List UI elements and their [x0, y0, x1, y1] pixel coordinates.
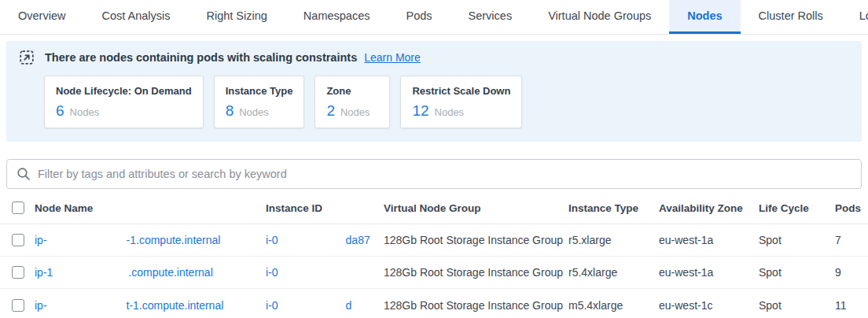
pods-count-cell: 9	[835, 266, 868, 279]
row-checkbox[interactable]	[12, 299, 24, 312]
card-unit: Nodes	[70, 106, 100, 118]
banner-message: There are nodes containing pods with sca…	[45, 51, 357, 64]
instance-id-link[interactable]: i-0da87	[266, 234, 384, 246]
card-title: Zone	[326, 85, 378, 97]
tab-right-sizing[interactable]: Right Sizing	[188, 0, 285, 34]
node-name-link[interactable]: ip-1.compute.internal	[35, 266, 266, 279]
card-unit: Nodes	[435, 106, 465, 118]
availability-zone-cell: eu-west-1a	[659, 266, 759, 279]
card-unit: Nodes	[239, 106, 269, 118]
virtual-node-group-cell: 128Gb Root Storage Instance Group	[384, 266, 568, 279]
node-name-link[interactable]: ip--1.compute.internal	[35, 234, 266, 246]
virtual-node-group-cell: 128Gb Root Storage Instance Group	[384, 234, 568, 246]
table-row: ip-1.compute.internal i-0 128Gb Root Sto…	[0, 257, 868, 289]
pods-count-cell: 11	[835, 299, 868, 312]
column-header-life-cycle: Life Cycle	[759, 202, 835, 214]
card-unit: Nodes	[340, 106, 370, 118]
life-cycle-cell: Spot	[759, 234, 835, 246]
virtual-node-group-cell: 128Gb Root Storage Instance Group	[384, 299, 568, 312]
card-title: Instance Type	[226, 85, 293, 97]
scaling-constraints-banner: There are nodes containing pods with sca…	[6, 41, 862, 142]
card-count: 2	[326, 102, 335, 120]
life-cycle-cell: Spot	[759, 266, 835, 279]
instance-type-cell: r5.4xlarge	[568, 266, 659, 279]
card-restrict-scale-down[interactable]: Restrict Scale Down 12 Nodes	[400, 76, 522, 128]
column-header-instance-type: Instance Type	[568, 202, 659, 214]
tab-virtual-node-groups[interactable]: Virtual Node Groups	[530, 0, 669, 34]
card-count: 6	[56, 102, 64, 120]
column-header-instance-id: Instance ID	[266, 202, 384, 214]
row-checkbox[interactable]	[12, 234, 24, 246]
card-title: Restrict Scale Down	[412, 85, 510, 97]
tab-pods[interactable]: Pods	[388, 0, 450, 34]
tab-services[interactable]: Services	[451, 0, 531, 34]
column-header-virtual-node-group: Virtual Node Group	[384, 202, 568, 214]
instance-type-cell: m5.4xlarge	[568, 299, 659, 312]
instance-type-cell: r5.xlarge	[568, 234, 659, 246]
table-header-row: Node Name Instance ID Virtual Node Group…	[0, 192, 868, 224]
tab-namespaces[interactable]: Namespaces	[285, 0, 388, 34]
pods-count-cell: 7	[835, 234, 868, 246]
node-name-link[interactable]: ip-t-1.compute.internal	[35, 299, 266, 312]
constraint-summary-cards: Node Lifecycle: On Demand 6 Nodes Instan…	[44, 76, 849, 128]
tab-bar: Overview Cost Analysis Right Sizing Name…	[0, 0, 868, 35]
table-row: ip-t-1.compute.internal i-0d 128Gb Root …	[0, 289, 868, 318]
life-cycle-cell: Spot	[759, 299, 835, 312]
scaling-constraints-icon	[20, 50, 34, 65]
instance-id-link[interactable]: i-0d	[266, 299, 384, 312]
instance-id-link[interactable]: i-0	[266, 266, 384, 279]
search-icon	[17, 167, 31, 181]
card-count: 12	[412, 102, 428, 120]
tab-cost-analysis[interactable]: Cost Analysis	[83, 0, 188, 34]
column-header-availability-zone: Availability Zone	[659, 202, 759, 214]
tab-cluster-rolls[interactable]: Cluster Rolls	[741, 0, 841, 34]
card-instance-type[interactable]: Instance Type 8 Nodes	[214, 76, 305, 128]
tab-overview[interactable]: Overview	[0, 0, 83, 34]
column-header-pods: Pods	[835, 202, 868, 214]
card-node-lifecycle-on-demand[interactable]: Node Lifecycle: On Demand 6 Nodes	[44, 76, 204, 128]
tab-nodes[interactable]: Nodes	[669, 0, 740, 34]
column-header-node-name: Node Name	[35, 202, 266, 214]
filter-search-bar[interactable]	[6, 159, 862, 189]
table-row: ip--1.compute.internal i-0da87 128Gb Roo…	[0, 224, 868, 257]
learn-more-link[interactable]: Learn More	[364, 51, 421, 64]
availability-zone-cell: eu-west-1a	[659, 234, 759, 246]
select-all-checkbox[interactable]	[12, 202, 24, 214]
nodes-table: Node Name Instance ID Virtual Node Group…	[0, 192, 868, 318]
tab-log[interactable]: Log	[841, 0, 868, 34]
search-input[interactable]	[38, 168, 851, 180]
card-zone[interactable]: Zone 2 Nodes	[314, 76, 390, 128]
availability-zone-cell: eu-west-1c	[659, 299, 759, 312]
card-count: 8	[226, 102, 234, 120]
card-title: Node Lifecycle: On Demand	[56, 85, 192, 97]
row-checkbox[interactable]	[12, 266, 24, 279]
